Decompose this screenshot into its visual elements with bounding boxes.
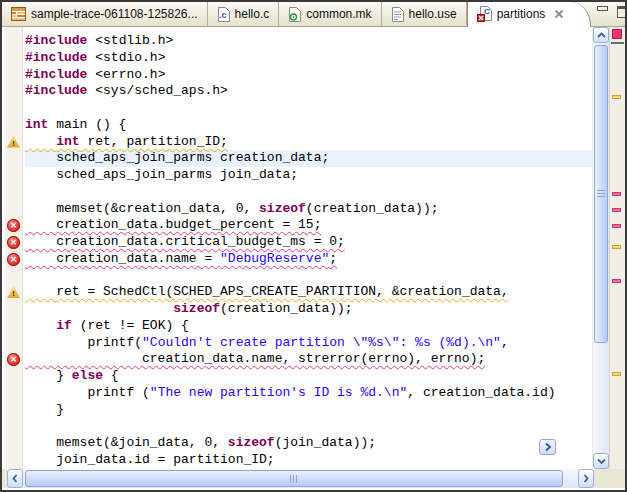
use-file-icon [391, 7, 404, 22]
code-line[interactable]: int main () { [25, 117, 592, 134]
tab-hello-c[interactable]: .c hello.c [208, 2, 280, 26]
bottom-scroll-row [2, 469, 625, 488]
expand-collapsed-text-button[interactable] [539, 439, 556, 455]
makefile-icon [288, 7, 301, 22]
overview-error-indicator[interactable] [612, 29, 622, 39]
overview-warning-marker[interactable] [612, 245, 621, 249]
tab-label: sample-trace-061108-125826... [31, 7, 198, 21]
tab-sample-trace[interactable]: sample-trace-061108-125826... [2, 2, 208, 26]
vertical-scroll-track[interactable] [593, 43, 609, 453]
code-line[interactable]: } else { [25, 368, 592, 385]
code-line[interactable]: #include <sys/sched_aps.h> [25, 83, 592, 100]
vertical-scroll-thumb[interactable] [594, 45, 608, 343]
code-line[interactable] [25, 100, 592, 117]
error-annotation-icon[interactable]: ✕ [7, 219, 20, 232]
code-line[interactable]: #include <errno.h> [25, 67, 592, 84]
code-line[interactable] [25, 418, 592, 435]
tab-label: partitions [497, 7, 546, 21]
code-line[interactable]: int ret, partition_ID; [25, 134, 592, 151]
tab-common-mk[interactable]: common.mk [279, 2, 381, 26]
scroll-left-button[interactable] [7, 469, 23, 488]
code-line[interactable]: creation_data.budget_percent = 15; [25, 217, 592, 234]
code-line[interactable] [25, 184, 592, 201]
overview-ruler-separator [611, 42, 624, 44]
code-line[interactable]: creation_data.critical_budget_ms = 0; [25, 234, 592, 251]
code-line[interactable]: join_data.id = partition_ID; [25, 452, 592, 469]
current-code-line[interactable]: sched_aps_join_parms creation_data; [25, 150, 592, 167]
editor-body: !✕✕✕!✕ #include <stdlib.h>#include <stdi… [2, 27, 625, 469]
overview-ruler [609, 27, 625, 469]
scroll-up-button[interactable] [593, 27, 609, 43]
overview-error-marker[interactable] [612, 208, 621, 212]
code-line[interactable]: } [25, 402, 592, 419]
code-line[interactable]: memset(&creation_data, 0, sizeof(creatio… [25, 201, 592, 218]
tab-hello-use[interactable]: hello.use [382, 2, 467, 26]
warning-annotation-icon[interactable]: ! [7, 136, 20, 148]
error-annotation-icon[interactable]: ✕ [7, 353, 20, 366]
code-area[interactable]: #include <stdlib.h>#include <stdio.h>#in… [23, 27, 592, 469]
scroll-right-button[interactable] [578, 469, 594, 488]
tab-label: hello.c [235, 7, 270, 21]
trace-grid-icon [11, 7, 26, 21]
code-line[interactable]: creation_data.name, strerror(errno), err… [25, 351, 592, 368]
warning-annotation-icon[interactable]: ! [7, 286, 20, 298]
overview-error-marker[interactable] [612, 279, 621, 283]
horizontal-scroll-thumb[interactable] [25, 470, 563, 487]
code-line[interactable]: memset(&join_data, 0, sizeof(join_data))… [25, 435, 592, 452]
scroll-down-button[interactable] [593, 453, 609, 469]
overview-warning-marker[interactable] [612, 95, 621, 99]
code-line[interactable]: printf("Couldn't create partition \"%s\"… [25, 335, 592, 352]
code-line[interactable]: creation_data.name = "DebugReserve"; [25, 251, 592, 268]
scrollbar-corner [594, 469, 625, 488]
horizontal-scrollbar[interactable] [7, 469, 594, 488]
code-line[interactable] [25, 268, 592, 285]
tab-partitions[interactable]: C partitions [467, 2, 592, 26]
c-source-file-icon: .c [217, 7, 230, 22]
minimize-editor-button[interactable] [597, 6, 608, 12]
maximize-editor-button[interactable] [617, 6, 627, 18]
view-controls [591, 2, 627, 26]
editor-window: sample-trace-061108-125826... .c hello.c… [0, 0, 627, 492]
code-line[interactable]: #include <stdio.h> [25, 50, 592, 67]
c-file-with-error-icon: C [477, 6, 492, 22]
tab-label: common.mk [306, 7, 371, 21]
thumb-grip [597, 190, 605, 198]
code-line[interactable]: sizeof(creation_data)); [25, 301, 592, 318]
vertical-scrollbar[interactable] [592, 27, 609, 469]
overview-warning-marker[interactable] [612, 372, 621, 376]
tab-label: hello.use [409, 7, 457, 21]
code-line[interactable]: printf ("The new partition's ID is %d.\n… [25, 385, 592, 402]
editor-tab-bar: sample-trace-061108-125826... .c hello.c… [2, 2, 625, 27]
overview-error-marker[interactable] [612, 192, 621, 196]
code-line[interactable]: ret = SchedCtl(SCHED_APS_CREATE_PARTITIO… [25, 284, 592, 301]
thumb-grip [290, 475, 298, 483]
tab-close-icon[interactable] [554, 9, 564, 19]
error-annotation-icon[interactable]: ✕ [7, 253, 20, 266]
horizontal-scroll-track[interactable] [23, 469, 578, 488]
overview-error-marker[interactable] [612, 224, 621, 228]
code-line[interactable]: if (ret != EOK) { [25, 318, 592, 335]
code-line[interactable]: sched_aps_join_parms join_data; [25, 167, 592, 184]
error-annotation-icon[interactable]: ✕ [7, 236, 20, 249]
code-line[interactable]: #include <stdlib.h> [25, 33, 592, 50]
svg-text:.c: .c [219, 10, 227, 20]
annotation-gutter: !✕✕✕!✕ [5, 27, 23, 469]
